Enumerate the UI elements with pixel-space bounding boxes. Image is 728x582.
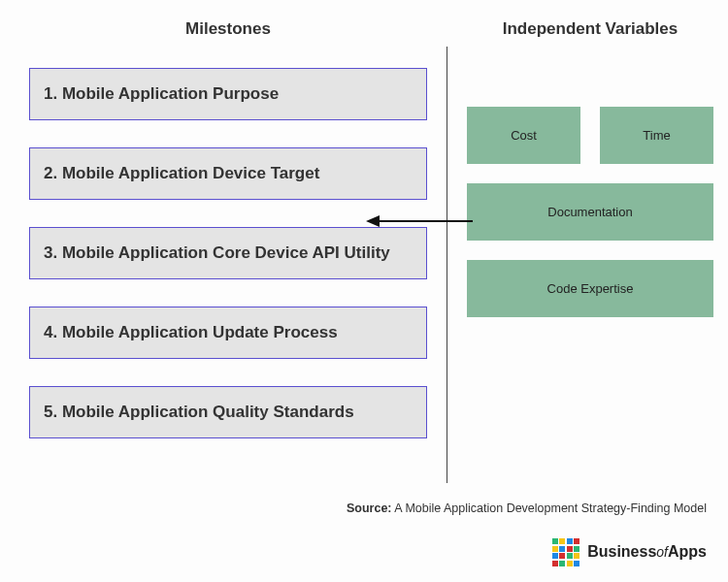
- milestone-item: 1. Mobile Application Purpose: [29, 68, 427, 120]
- brand-pixel: [567, 538, 573, 544]
- milestones-column: Milestones 1. Mobile Application Purpose…: [29, 19, 447, 483]
- brand-pixel: [559, 546, 565, 552]
- brand-pixel: [559, 538, 565, 544]
- variables-heading: Independent Variables: [467, 19, 713, 39]
- source-text: A Mobile Application Development Strateg…: [392, 501, 708, 515]
- milestones-heading: Milestones: [29, 19, 427, 39]
- brand-pixel: [567, 561, 573, 566]
- brand-mid: of: [656, 544, 668, 560]
- brand-pixel: [567, 553, 573, 559]
- brand-pixel: [574, 546, 579, 552]
- source-citation: Source: A Mobile Application Development…: [347, 501, 707, 515]
- source-label: Source:: [347, 501, 392, 515]
- variables-grid: Cost Time Documentation Code Expertise: [467, 107, 713, 317]
- brand-pixel: [574, 538, 579, 544]
- brand-logo: BusinessofApps: [552, 538, 707, 566]
- brand-pixel: [567, 546, 573, 552]
- milestone-item: 3. Mobile Application Core Device API Ut…: [29, 227, 427, 279]
- brand-pixel: [552, 553, 558, 559]
- brand-text: BusinessofApps: [587, 543, 707, 561]
- variables-row: Cost Time: [467, 107, 713, 164]
- milestone-item: 2. Mobile Application Device Target: [29, 147, 427, 200]
- variables-row: Code Expertise: [467, 260, 713, 317]
- brand-pixel: [574, 561, 579, 566]
- brand-pixel: [574, 553, 579, 559]
- brand-pixel: [559, 553, 565, 559]
- brand-grid-icon: [552, 538, 580, 566]
- brand-pixel: [559, 561, 565, 566]
- brand-pre: Business: [587, 543, 656, 560]
- variables-row: Documentation: [467, 183, 713, 241]
- diagram-container: Milestones 1. Mobile Application Purpose…: [0, 0, 728, 483]
- variable-box-code-expertise: Code Expertise: [467, 260, 713, 317]
- brand-pixel: [552, 561, 558, 566]
- milestone-item: 5. Mobile Application Quality Standards: [29, 386, 427, 438]
- brand-pixel: [552, 546, 558, 552]
- brand-pixel: [552, 538, 558, 544]
- brand-post: Apps: [668, 543, 707, 560]
- milestone-item: 4. Mobile Application Update Process: [29, 307, 427, 359]
- variable-box-time: Time: [600, 107, 713, 164]
- variables-column: Independent Variables Cost Time Document…: [447, 19, 713, 483]
- variable-box-documentation: Documentation: [467, 183, 713, 241]
- variable-box-cost: Cost: [467, 107, 580, 164]
